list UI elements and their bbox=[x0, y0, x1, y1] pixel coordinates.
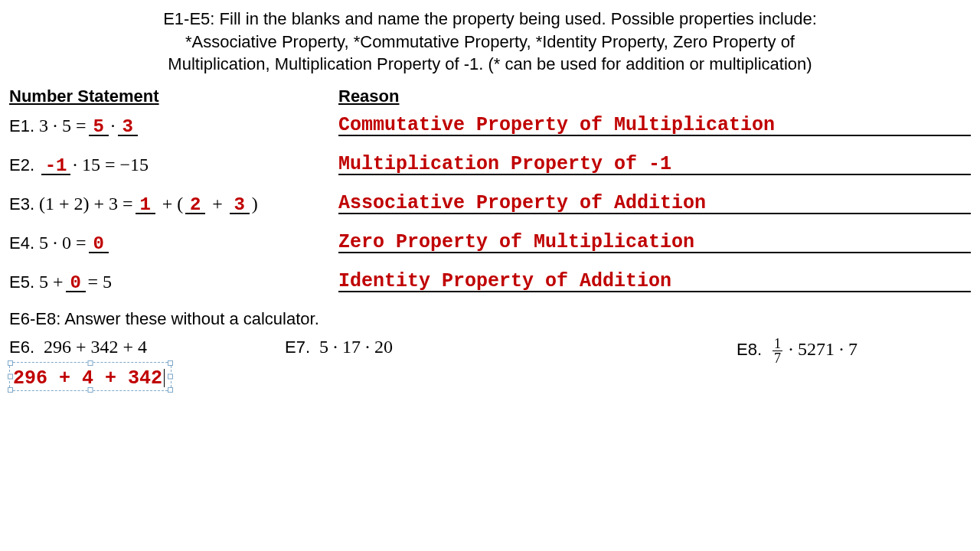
e3-blank3: 3 bbox=[230, 192, 250, 214]
e7-expr: 5 · 17 · 20 bbox=[319, 337, 393, 357]
instructions-line2: *Associative Property, *Commutative Prop… bbox=[9, 31, 971, 54]
row-e2: E2. -1 · 15 = −15 Multiplication Propert… bbox=[9, 153, 971, 175]
e2-reason: Multiplication Property of -1 bbox=[338, 153, 671, 175]
e3-blank1: 1 bbox=[136, 192, 155, 214]
e8-frac-den: 7 bbox=[773, 351, 782, 365]
e1-reason: Commutative Property of Multiplication bbox=[338, 114, 775, 136]
section2-instructions: E6-E8: Answer these without a calculator… bbox=[9, 309, 971, 329]
row-e5: E5. 5 + 0 = 5 Identity Property of Addit… bbox=[9, 270, 971, 292]
label-e2: E2. bbox=[9, 155, 34, 175]
e8-frac-num: 1 bbox=[773, 337, 782, 351]
e3-blank2: 2 bbox=[185, 192, 205, 214]
e8-rest: · 5271 · 7 bbox=[789, 339, 858, 359]
e1-mid: · bbox=[111, 116, 116, 136]
label-e3: E3. bbox=[9, 194, 34, 214]
e5-reason-line: Identity Property of Addition bbox=[338, 271, 971, 292]
e4-reason: Zero Property of Multiplication bbox=[338, 231, 694, 253]
label-e8: E8. bbox=[737, 340, 762, 359]
cell-e7: E7. 5 · 17 · 20 bbox=[285, 337, 737, 390]
e5-blank: 0 bbox=[66, 270, 86, 292]
e2-post: · 15 = −15 bbox=[73, 155, 149, 175]
e4-pre: 5 · 0 = bbox=[39, 233, 87, 253]
e2-blank: -1 bbox=[41, 153, 70, 175]
label-e1: E1. bbox=[9, 116, 34, 136]
instructions: E1-E5: Fill in the blanks and name the p… bbox=[9, 8, 971, 76]
label-e6: E6. bbox=[9, 337, 34, 357]
e6-expr: 296 + 342 + 4 bbox=[44, 337, 147, 357]
row-e1: E1. 3 · 5 = 5 · 3 Commutative Property o… bbox=[9, 114, 971, 136]
e5-post: = 5 bbox=[88, 272, 113, 292]
e4-reason-line: Zero Property of Multiplication bbox=[338, 232, 971, 253]
e1-pre: 3 · 5 = bbox=[39, 116, 87, 136]
e1-blank1: 5 bbox=[89, 114, 109, 136]
e1-blank2: 3 bbox=[118, 114, 138, 136]
header-reason: Reason bbox=[338, 86, 971, 106]
e4-blank: 0 bbox=[89, 231, 109, 253]
e3-reason-line: Associative Property of Addition bbox=[338, 193, 971, 214]
label-e5: E5. bbox=[9, 272, 34, 292]
text-cursor-icon bbox=[164, 369, 165, 387]
e8-fraction: 1 7 bbox=[773, 337, 782, 365]
e6-work: 296 + 4 + 342 bbox=[13, 367, 162, 390]
e3-pre: (1 + 2) + 3 = bbox=[39, 194, 133, 214]
header-number-statement: Number Statement bbox=[9, 86, 338, 106]
label-e4: E4. bbox=[9, 233, 34, 253]
cell-e8: E8. 1 7 · 5271 · 7 bbox=[737, 337, 858, 390]
instructions-line1: E1-E5: Fill in the blanks and name the p… bbox=[9, 8, 971, 31]
row-e4: E4. 5 · 0 = 0 Zero Property of Multiplic… bbox=[9, 231, 971, 253]
row-e3: E3. (1 + 2) + 3 = 1 + ( 2 + 3 ) Associat… bbox=[9, 192, 971, 214]
e3-reason: Associative Property of Addition bbox=[338, 192, 706, 214]
e6-work-textbox[interactable]: 296 + 4 + 342 bbox=[9, 362, 172, 390]
e5-pre: 5 + bbox=[39, 272, 64, 292]
bottom-row: E6. 296 + 342 + 4 296 + 4 + 342 E7. 5 · … bbox=[9, 337, 971, 390]
instructions-line3: Multiplication, Multiplication Property … bbox=[9, 53, 971, 76]
label-e7: E7. bbox=[285, 337, 310, 357]
cell-e6: E6. 296 + 342 + 4 296 + 4 + 342 bbox=[9, 337, 285, 390]
e1-reason-line: Commutative Property of Multiplication bbox=[338, 115, 971, 136]
e5-reason: Identity Property of Addition bbox=[338, 270, 671, 292]
e2-reason-line: Multiplication Property of -1 bbox=[338, 154, 971, 175]
column-headers: Number Statement Reason bbox=[9, 86, 971, 106]
